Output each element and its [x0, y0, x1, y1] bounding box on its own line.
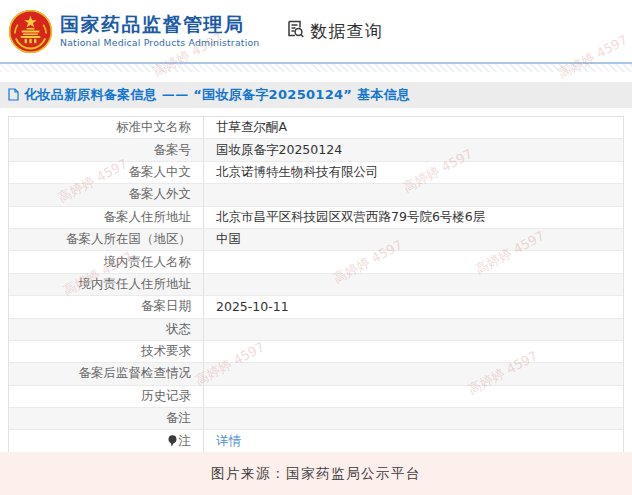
document-icon — [8, 86, 24, 105]
row-value — [204, 319, 623, 340]
table-row: 备案号国妆原备字20250124 — [9, 139, 623, 161]
footer-bar: 图片来源：国家药监局公示平台 — [0, 452, 632, 495]
table-row: 注详情 — [9, 430, 623, 451]
row-label: 备案人所在国（地区） — [9, 229, 204, 250]
row-value: 北京市昌平区科技园区双营西路79号院6号楼6层 — [204, 207, 623, 228]
row-value — [204, 274, 623, 295]
table-row: 境内责任人住所地址 — [9, 274, 623, 296]
table-row: 备案日期2025-10-11 — [9, 296, 623, 318]
table-row: 备注 — [9, 408, 623, 430]
row-label: 境内责任人名称 — [9, 251, 204, 272]
data-query-icon — [285, 19, 310, 43]
note-balloon-icon — [168, 435, 177, 447]
row-label: 历史记录 — [9, 386, 204, 407]
detail-link[interactable]: 详情 — [216, 433, 241, 450]
row-label: 备案人外文 — [9, 184, 204, 205]
nav-data-query-label: 数据查询 — [310, 20, 382, 43]
table-row: 备案人外文 — [9, 184, 623, 206]
org-name-cn: 国家药品监督管理局 — [60, 14, 259, 36]
row-label: 备案日期 — [9, 296, 204, 317]
row-label: 标准中文名称 — [9, 117, 204, 138]
table-row: 备案人所在国（地区）中国 — [9, 229, 623, 251]
page-title-bar: 化妆品新原料备案信息 —— “国妆原备字20250124” 基本信息 — [0, 82, 632, 108]
header-divider — [0, 62, 632, 72]
row-label: 备案人住所地址 — [9, 207, 204, 228]
row-value: 2025-10-11 — [204, 296, 623, 317]
org-name-en: National Medical Products Administration — [60, 37, 259, 48]
row-label: 备注 — [9, 408, 204, 429]
row-label: 状态 — [9, 319, 204, 340]
table-row: 状态 — [9, 319, 623, 341]
national-emblem-icon[interactable] — [8, 9, 53, 54]
table-row: 历史记录 — [9, 386, 623, 408]
page: { "header": { "org_name_cn": "国家药品监督管理局"… — [0, 0, 632, 495]
table-row: 备案人中文北京诺博特生物科技有限公司 — [9, 162, 623, 184]
row-value — [204, 408, 623, 429]
table-row: 境内责任人名称 — [9, 251, 623, 273]
row-label: 备案后监督检查情况 — [9, 363, 204, 384]
row-label: 技术要求 — [9, 341, 204, 362]
row-value: 中国 — [204, 229, 623, 250]
row-value: 甘草查尔酮A — [204, 117, 623, 138]
row-value — [204, 386, 623, 407]
row-label: 备案人中文 — [9, 162, 204, 183]
row-value: 国妆原备字20250124 — [204, 139, 623, 160]
nav-data-query[interactable]: 数据查询 — [285, 19, 382, 43]
info-table: 标准中文名称甘草查尔酮A备案号国妆原备字20250124备案人中文北京诺博特生物… — [8, 116, 624, 453]
row-value — [204, 251, 623, 272]
row-value — [204, 341, 623, 362]
row-value — [204, 363, 623, 384]
image-source-text: 图片来源：国家药监局公示平台 — [211, 465, 421, 483]
row-label: 备案号 — [9, 139, 204, 160]
table-row: 标准中文名称甘草查尔酮A — [9, 117, 623, 139]
table-row: 备案人住所地址北京市昌平区科技园区双营西路79号院6号楼6层 — [9, 207, 623, 229]
table-row: 技术要求 — [9, 341, 623, 363]
org-title-block: 国家药品监督管理局 National Medical Products Admi… — [60, 14, 259, 49]
table-row: 备案后监督检查情况 — [9, 363, 623, 385]
page-title: 化妆品新原料备案信息 —— “国妆原备字20250124” 基本信息 — [24, 86, 410, 104]
row-label: 注 — [9, 430, 204, 451]
row-value: 北京诺博特生物科技有限公司 — [204, 162, 623, 183]
row-value — [204, 184, 623, 205]
row-value: 详情 — [204, 430, 623, 451]
app-header: 国家药品监督管理局 National Medical Products Admi… — [0, 0, 632, 62]
row-label: 境内责任人住所地址 — [9, 274, 204, 295]
